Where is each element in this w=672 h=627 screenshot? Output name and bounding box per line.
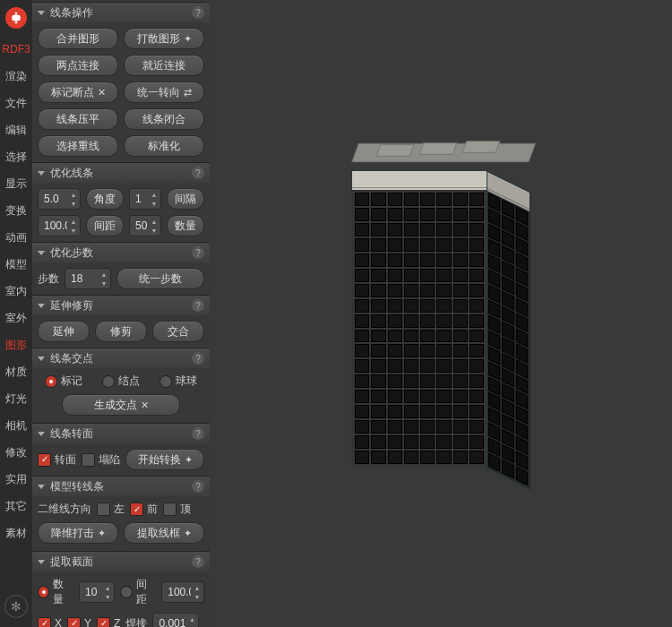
section-header-optimize-steps[interactable]: 优化步数 ? (32, 242, 210, 262)
help-icon[interactable]: ? (192, 246, 204, 259)
section-header-extract-section[interactable]: 提取截面 ? (32, 551, 210, 571)
chevron-down-icon (38, 560, 45, 564)
nearest-connect-button[interactable]: 就近连接 (124, 55, 204, 76)
viewport-3d[interactable] (210, 0, 672, 627)
section-header-extend-trim[interactable]: 延伸修剪 ? (32, 295, 210, 315)
nav-item-4[interactable]: 选择 (0, 143, 32, 170)
angle-button[interactable]: 角度 (86, 188, 124, 210)
dist-radio[interactable]: 间距 (120, 577, 156, 607)
nav-item-15[interactable]: 修改 (0, 439, 32, 466)
help-icon[interactable]: ? (192, 480, 204, 493)
nav-item-11[interactable]: 图形 (0, 331, 32, 358)
nav-item-3[interactable]: 编辑 (0, 116, 32, 143)
sphere-radio[interactable]: 球球 (159, 374, 197, 389)
help-icon[interactable]: ? (192, 352, 204, 365)
nav-item-7[interactable]: 动画 (0, 224, 32, 251)
axis-label: 二维线方向 (38, 502, 91, 517)
interval-button[interactable]: 间隔 (167, 188, 204, 210)
weld-label: 焊接 (125, 616, 147, 628)
section-dist-spinner[interactable]: ▲▼ (161, 581, 204, 603)
nav-item-1[interactable]: 渲染 (0, 63, 32, 90)
select-duplicate-button[interactable]: 选择重线 (38, 135, 118, 157)
section-title: 提取截面 (50, 554, 93, 570)
extend-button[interactable]: 延伸 (38, 321, 90, 342)
section-title: 优化步数 (50, 245, 93, 261)
nav-item-13[interactable]: 灯光 (0, 385, 32, 412)
meet-button[interactable]: 交合 (152, 321, 204, 342)
close-line-button[interactable]: 线条闭合 (124, 108, 204, 130)
close-icon: ✕ (98, 87, 106, 99)
face-checkbox[interactable]: 转面 (38, 452, 76, 468)
front-checkbox[interactable]: 前 (130, 502, 158, 517)
nav-item-6[interactable]: 变换 (0, 197, 32, 224)
z-checkbox[interactable]: Z (97, 617, 120, 628)
angle-value-spinner[interactable]: ▲▼ (38, 188, 81, 210)
steps-spinner[interactable]: ▲▼ (65, 268, 111, 289)
section-title: 延伸修剪 (50, 298, 93, 314)
count-radio[interactable]: 数量 (38, 577, 73, 607)
left-checkbox[interactable]: 左 (97, 502, 125, 517)
unify-steps-button[interactable]: 统一步数 (116, 268, 204, 289)
help-icon[interactable]: ? (192, 427, 204, 440)
nav-item-18[interactable]: 素材 (0, 520, 32, 546)
flatten-line-button[interactable]: 线条压平 (38, 108, 118, 130)
section-count-spinner[interactable]: ▲▼ (79, 581, 115, 603)
merge-shapes-button[interactable]: 合并图形 (38, 28, 118, 49)
nav-item-16[interactable]: 实用 (0, 466, 32, 493)
nav-item-10[interactable]: 室外 (0, 305, 32, 331)
trim-button[interactable]: 修剪 (95, 321, 147, 342)
section-header-line-ops[interactable]: 线条操作 ? (32, 2, 210, 22)
nav-item-17[interactable]: 其它 (0, 493, 32, 520)
chevron-down-icon (38, 251, 45, 255)
plus-icon: ✦ (98, 528, 106, 539)
generate-intersection-button[interactable]: 生成交点✕ (62, 394, 180, 416)
reduce-dim-button[interactable]: 降维打击✦ (38, 522, 118, 544)
nav-item-5[interactable]: 显示 (0, 170, 32, 197)
two-point-connect-button[interactable]: 两点连接 (38, 55, 118, 76)
spacing-value-spinner[interactable]: ▲▼ (38, 215, 81, 236)
chevron-down-icon (38, 432, 45, 436)
steps-label: 步数 (38, 271, 59, 287)
section-header-intersection[interactable]: 线条交点 ? (32, 348, 210, 368)
section-header-optimize-line[interactable]: 优化线条 ? (32, 162, 210, 183)
section-header-to-face[interactable]: 线条转面 ? (32, 423, 210, 443)
app-logo[interactable] (5, 7, 27, 29)
chevron-down-icon (38, 11, 45, 15)
extract-wire-button[interactable]: 提取线框✦ (124, 522, 204, 544)
normalize-button[interactable]: 标准化 (124, 135, 204, 157)
help-icon[interactable]: ? (192, 299, 204, 312)
nav-sidebar: RDF3渲染文件编辑选择显示变换动画模型室内室外图形材质灯光相机修改实用其它素材… (0, 0, 32, 627)
section-title: 模型转线条 (50, 479, 104, 494)
start-convert-button[interactable]: 开始转换✦ (125, 449, 204, 470)
help-icon[interactable]: ? (192, 555, 204, 568)
nav-item-12[interactable]: 材质 (0, 358, 32, 385)
robot-icon (9, 11, 23, 25)
help-icon[interactable]: ? (192, 167, 204, 179)
knot-radio[interactable]: 结点 (102, 374, 140, 389)
top-checkbox[interactable]: 顶 (163, 502, 191, 517)
mark-break-button[interactable]: 标记断点✕ (38, 82, 118, 103)
section-header-model-to-line[interactable]: 模型转线条 ? (32, 476, 210, 496)
mark-radio[interactable]: 标记 (45, 374, 82, 389)
interval-value-spinner[interactable]: ▲▼ (129, 188, 161, 210)
spacing-button[interactable]: 间距 (86, 215, 124, 236)
nav-item-2[interactable]: 文件 (0, 90, 32, 116)
unify-direction-button[interactable]: 统一转向⇄ (124, 82, 204, 103)
weld-spinner[interactable]: ▲▼ (152, 613, 199, 627)
count-value-spinner[interactable]: ▲▼ (129, 215, 161, 236)
nav-item-0[interactable]: RDF3 (0, 36, 32, 63)
help-icon[interactable]: ? (192, 6, 204, 19)
plus-icon: ✦ (185, 454, 193, 466)
close-icon: ✕ (141, 399, 149, 411)
scatter-shapes-button[interactable]: 打散图形✦ (124, 28, 204, 49)
y-checkbox[interactable]: Y (67, 617, 91, 628)
nav-item-8[interactable]: 模型 (0, 251, 32, 278)
chevron-down-icon (38, 171, 45, 176)
settings-gear[interactable]: ✻ (4, 595, 28, 618)
plus-icon: ✦ (184, 528, 192, 539)
nav-item-14[interactable]: 相机 (0, 412, 32, 439)
boolean-checkbox[interactable]: 塌陷 (82, 452, 120, 468)
nav-item-9[interactable]: 室内 (0, 278, 32, 305)
x-checkbox[interactable]: X (38, 617, 62, 628)
count-button[interactable]: 数量 (167, 215, 204, 236)
